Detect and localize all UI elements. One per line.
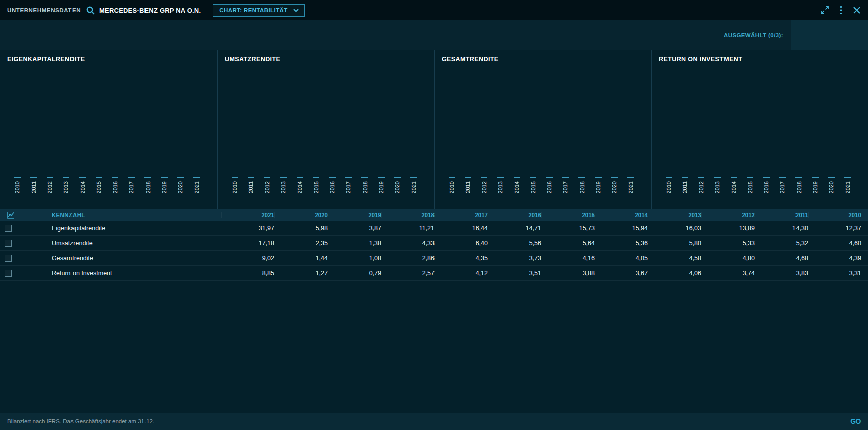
- kebab-menu-button[interactable]: [840, 6, 842, 15]
- bar-2012[interactable]: [698, 177, 704, 178]
- chart-title: EIGENKAPITALRENDITE: [7, 56, 207, 63]
- bar-2011[interactable]: [465, 177, 471, 178]
- bar-2013[interactable]: [497, 177, 504, 178]
- bar-2021[interactable]: [844, 177, 851, 178]
- bar-slot: [107, 177, 123, 178]
- bar-2015[interactable]: [747, 177, 753, 178]
- bar-slot: [308, 177, 324, 178]
- bar-slot: [444, 177, 460, 178]
- x-label-slot: 2014: [292, 178, 308, 201]
- bar-2019[interactable]: [595, 177, 602, 178]
- bar-2016[interactable]: [112, 177, 118, 178]
- x-tick-label: 2017: [779, 181, 785, 193]
- bar-slot: [373, 177, 389, 178]
- row-checkbox-3[interactable]: [5, 255, 12, 262]
- bar-slot: [91, 177, 107, 178]
- x-tick-label: 2020: [394, 181, 400, 193]
- x-tick-label: 2014: [297, 181, 303, 193]
- bar-2020[interactable]: [394, 177, 401, 178]
- bar-2013[interactable]: [714, 177, 721, 178]
- year-column-header-2015: 2015: [541, 212, 595, 218]
- bar-2014[interactable]: [79, 177, 86, 178]
- bar-2020[interactable]: [611, 177, 618, 178]
- bar-2017[interactable]: [128, 177, 135, 178]
- bar-2014[interactable]: [297, 177, 303, 178]
- bar-2011[interactable]: [30, 177, 37, 178]
- row-checkbox-1[interactable]: [5, 225, 12, 232]
- bar-2016[interactable]: [546, 177, 553, 178]
- bar-2014[interactable]: [514, 177, 520, 178]
- bar-2010[interactable]: [14, 177, 21, 178]
- bar-2020[interactable]: [828, 177, 835, 178]
- x-label-slot: 2018: [574, 178, 590, 201]
- chart-select-dropdown[interactable]: CHART: RENTABILITÄT: [213, 4, 304, 17]
- metric-value: 1,27: [274, 270, 328, 277]
- bar-slot: [389, 177, 405, 178]
- bar-2015[interactable]: [96, 177, 102, 178]
- x-label-slot: 2019: [590, 178, 606, 201]
- bar-2018[interactable]: [578, 177, 585, 178]
- x-label-slot: 2018: [139, 178, 156, 201]
- bar-slot: [58, 177, 74, 178]
- bar-2013[interactable]: [280, 177, 287, 178]
- bar-slot: [758, 177, 774, 178]
- bar-2010[interactable]: [449, 177, 455, 178]
- row-checkbox-2[interactable]: [5, 240, 12, 247]
- metric-label: Gesamtrendite: [52, 255, 221, 262]
- bar-2012[interactable]: [481, 177, 487, 178]
- bar-2018[interactable]: [361, 177, 368, 178]
- metric-value: 4,12: [435, 270, 488, 277]
- bar-2017[interactable]: [562, 177, 569, 178]
- metric-value: 5,56: [488, 240, 541, 247]
- x-tick-label: 2019: [161, 181, 167, 193]
- x-tick-label: 2010: [449, 181, 455, 193]
- x-tick-label: 2011: [248, 181, 254, 193]
- bar-2012[interactable]: [47, 177, 53, 178]
- metric-value: 4,80: [701, 255, 755, 262]
- year-column-header-2019: 2019: [328, 212, 381, 218]
- bar-2015[interactable]: [313, 177, 319, 178]
- bar-2021[interactable]: [627, 177, 634, 178]
- bar-2014[interactable]: [731, 177, 737, 178]
- year-column-header-2013: 2013: [648, 212, 701, 218]
- bar-2021[interactable]: [193, 177, 200, 178]
- bar-slot: [709, 177, 726, 178]
- close-button[interactable]: [853, 6, 861, 14]
- bar-2017[interactable]: [345, 177, 352, 178]
- bar-slot: [340, 177, 356, 178]
- bar-2011[interactable]: [248, 177, 254, 178]
- bar-slot: [172, 177, 188, 178]
- x-label-slot: 2015: [308, 178, 324, 201]
- company-name[interactable]: MERCEDES-BENZ GRP NA O.N.: [99, 7, 201, 14]
- bar-2019[interactable]: [378, 177, 385, 178]
- bar-2016[interactable]: [763, 177, 770, 178]
- row-checkbox-4[interactable]: [5, 270, 12, 277]
- bar-2010[interactable]: [232, 177, 238, 178]
- bar-2015[interactable]: [530, 177, 536, 178]
- bar-2020[interactable]: [177, 177, 184, 178]
- expand-button[interactable]: [820, 6, 829, 15]
- metric-value: 3,74: [701, 270, 755, 277]
- search-button[interactable]: [86, 6, 95, 15]
- bar-2013[interactable]: [63, 177, 69, 178]
- bar-2017[interactable]: [779, 177, 786, 178]
- metric-value: 3,67: [595, 270, 648, 277]
- x-label-slot: 2010: [227, 178, 243, 201]
- bar-slot: [807, 177, 823, 178]
- bar-2012[interactable]: [264, 177, 270, 178]
- bar-2018[interactable]: [144, 177, 151, 178]
- bar-2016[interactable]: [329, 177, 336, 178]
- bar-2019[interactable]: [161, 177, 168, 178]
- bar-2018[interactable]: [795, 177, 802, 178]
- bar-slot: [606, 177, 622, 178]
- bar-slot: [509, 177, 525, 178]
- bar-2021[interactable]: [410, 177, 417, 178]
- bar-2019[interactable]: [812, 177, 819, 178]
- topbar: UNTERNEHMENSDATEN MERCEDES-BENZ GRP NA O…: [0, 0, 868, 20]
- metric-value: 3,51: [488, 270, 541, 277]
- metric-value: 4,68: [755, 255, 808, 262]
- x-label-slot: 2011: [460, 178, 476, 201]
- bar-2011[interactable]: [682, 177, 688, 178]
- bar-slot: [541, 177, 557, 178]
- bar-2010[interactable]: [666, 177, 672, 178]
